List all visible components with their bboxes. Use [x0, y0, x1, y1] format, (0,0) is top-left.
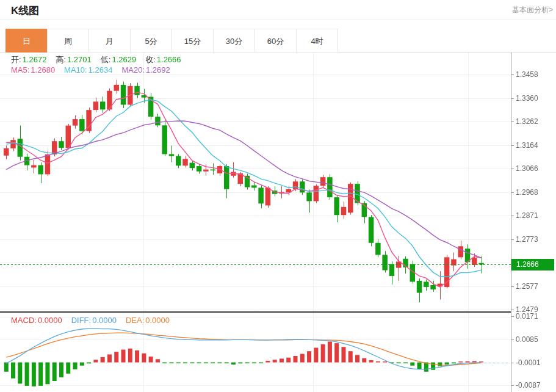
tab-month[interactable]: 月: [88, 29, 131, 53]
ohlc-item: 低:1.2629: [101, 54, 136, 65]
macd-axis-label: 0.0171: [516, 312, 538, 321]
tab-4hour[interactable]: 4时: [296, 29, 338, 53]
axis-tick: [511, 98, 514, 99]
macd-item: MACD:0.0000: [11, 316, 62, 325]
macd-label: DEA:: [126, 316, 144, 325]
period-tab-bar: 日周月5分15分30分60分4时: [6, 29, 338, 53]
macd-item: DEA:0.0000: [126, 316, 170, 325]
ohlc-label: 收:: [145, 55, 156, 64]
ma-item: MA20:1.2692: [121, 65, 170, 74]
macd-axis-label: 0.0085: [516, 335, 538, 344]
ohlc-label: 高:: [56, 55, 66, 64]
price-axis-label: 1.3458: [516, 70, 538, 79]
page-title: K线图: [11, 4, 39, 18]
price-axis-label: 1.3066: [516, 164, 538, 173]
axis-tick: [511, 363, 514, 363]
price-axis-label: 1.2871: [516, 211, 538, 220]
ohlc-value: 1.2672: [23, 55, 47, 64]
macd-label: DIFF:: [71, 316, 92, 325]
axis-tick: [511, 339, 514, 340]
ohlc-value: 1.2629: [112, 55, 136, 64]
macd-axis-label: -0.0087: [516, 381, 541, 390]
axis-tick: [511, 192, 514, 193]
tab-15min[interactable]: 15分: [171, 29, 214, 53]
fundamental-analysis-link[interactable]: 基本面分析>: [512, 5, 553, 15]
axis-tick: [511, 145, 514, 146]
axis-tick: [511, 316, 514, 317]
axis-tick: [511, 239, 514, 240]
header-divider: [0, 19, 556, 20]
price-axis-label: 1.3164: [516, 141, 538, 150]
ohlc-item: 收:1.2666: [145, 54, 181, 65]
macd-value: 0.0000: [38, 316, 62, 325]
macd-item: DIFF:0.0000: [71, 316, 117, 325]
ohlc-value: 1.2666: [157, 55, 181, 64]
kline-page: K线图 基本面分析> 日周月5分15分30分60分4时 开:1.2672高:1.…: [0, 0, 556, 392]
candlestick-chart-canvas[interactable]: [0, 53, 511, 313]
macd-value: 0.0000: [145, 316, 170, 325]
macd-value: 0.0000: [92, 316, 117, 325]
ohlc-item: 高:1.2701: [56, 54, 91, 65]
axis-tick: [511, 385, 514, 386]
tab-5min[interactable]: 5分: [130, 29, 172, 53]
ma-item: MA10:1.2634: [64, 65, 112, 74]
axis-tick: [511, 169, 514, 169]
price-axis-label: 1.2968: [516, 188, 538, 197]
ohlc-item: 开:1.2672: [11, 54, 46, 65]
axis-tick: [511, 310, 514, 310]
ma-label: MA10:: [64, 65, 87, 74]
macd-axis-label: -0.0001: [516, 358, 541, 367]
tab-60min[interactable]: 60分: [255, 29, 297, 53]
axis-tick: [511, 74, 514, 75]
ma-value: 1.2680: [31, 65, 55, 74]
ma-label: MA20:: [121, 65, 145, 74]
price-axis-label: 1.3262: [516, 117, 538, 126]
price-axis-label: 1.3360: [516, 94, 538, 103]
axis-tick: [511, 216, 514, 216]
current-price-badge: 1.2666: [511, 259, 554, 270]
macd-info-row: MACD:0.0000DIFF:0.0000DEA:0.0000: [11, 316, 170, 325]
tab-day[interactable]: 日: [5, 29, 48, 53]
ohlc-value: 1.2701: [67, 55, 92, 64]
ma-label: MA5:: [11, 65, 29, 74]
ma-item: MA5:1.2680: [11, 65, 55, 74]
price-axis-label: 1.2577: [516, 282, 538, 291]
axis-tick: [511, 122, 514, 122]
ma-info-row: MA5:1.2680MA10:1.2634MA20:1.2692: [11, 65, 170, 74]
ma-value: 1.2692: [146, 65, 170, 74]
tab-30min[interactable]: 30分: [213, 29, 255, 53]
ohlc-label: 开:: [11, 55, 21, 64]
price-axis-line: [511, 53, 511, 392]
axis-tick: [511, 286, 514, 287]
ohlc-label: 低:: [101, 55, 111, 64]
tab-week[interactable]: 周: [47, 29, 89, 53]
ohlc-info-row: 开:1.2672高:1.2701低:1.2629收:1.2666: [11, 54, 181, 65]
macd-label: MACD:: [11, 316, 37, 325]
price-axis-label: 1.2773: [516, 235, 538, 244]
ma-value: 1.2634: [88, 65, 113, 74]
